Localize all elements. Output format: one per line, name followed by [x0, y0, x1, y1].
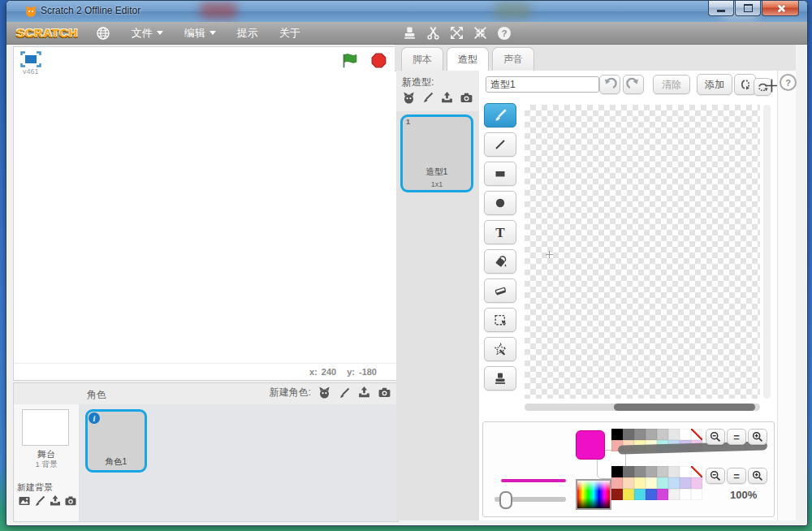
palette-swatch[interactable] — [634, 477, 646, 489]
sprite-card[interactable]: i 角色1 — [85, 409, 147, 473]
green-flag-button[interactable] — [341, 53, 357, 69]
redo-icon — [627, 78, 640, 91]
zoom-in-button[interactable] — [748, 429, 767, 445]
hscrollbar-thumb[interactable] — [614, 404, 755, 411]
sprite-library-icon[interactable] — [317, 386, 331, 399]
palette-swatch[interactable] — [680, 489, 691, 500]
block-help-icon[interactable]: ? — [497, 26, 512, 41]
menu-file[interactable]: 文件 — [132, 26, 163, 41]
palette-swatch[interactable] — [680, 429, 691, 440]
clear-button[interactable]: 清除 — [653, 75, 690, 94]
palette-swatch[interactable] — [623, 477, 634, 489]
upload-icon[interactable] — [357, 386, 371, 399]
tool-line-button[interactable] — [484, 132, 516, 157]
palette-swatch[interactable] — [634, 489, 646, 500]
foreground-color-swatch[interactable] — [576, 430, 605, 460]
palette-swatch[interactable] — [691, 477, 702, 489]
maximize-button[interactable] — [735, 1, 761, 16]
language-button[interactable] — [96, 26, 110, 41]
zoom-out-button[interactable] — [706, 468, 725, 484]
paintbrush-icon[interactable] — [338, 386, 351, 399]
tool-magic-wand-button[interactable] — [484, 337, 516, 361]
brush-size-slider[interactable] — [495, 497, 566, 502]
palette-swatch[interactable] — [611, 466, 623, 477]
slider-thumb[interactable] — [499, 491, 512, 509]
camera-icon[interactable] — [64, 494, 77, 507]
rainbow-picker[interactable] — [576, 479, 611, 510]
palette-swatch[interactable] — [634, 466, 646, 477]
redo-button[interactable] — [623, 75, 644, 94]
palette-swatch[interactable] — [646, 489, 657, 500]
upload-icon[interactable] — [440, 91, 454, 105]
tab-costumes[interactable]: 造型 — [447, 47, 489, 71]
costume-card[interactable]: 1 造型1 1x1 — [400, 114, 473, 192]
palette-swatch[interactable] — [611, 477, 623, 489]
zoom-in-button[interactable] — [748, 468, 767, 484]
tool-rectangle-button[interactable] — [484, 162, 516, 186]
tool-stamp-button[interactable] — [484, 366, 516, 391]
zoom-out-button[interactable] — [706, 429, 725, 445]
palette-swatch[interactable] — [611, 489, 623, 500]
zoom-reset-button[interactable]: = — [727, 429, 746, 445]
palette-swatch[interactable] — [668, 489, 680, 500]
tool-brush-button[interactable] — [484, 103, 516, 127]
palette-swatch[interactable] — [657, 477, 668, 489]
palette-swatch[interactable] — [646, 429, 657, 440]
tool-fill-button[interactable] — [484, 249, 516, 274]
costume-library-icon[interactable] — [402, 91, 416, 105]
stop-button[interactable] — [371, 53, 387, 68]
minimize-button[interactable] — [708, 1, 734, 16]
shrink-icon[interactable] — [473, 26, 487, 40]
palette-swatch[interactable] — [657, 466, 668, 477]
delete-scissors-icon[interactable] — [426, 26, 440, 40]
palette-swatch[interactable] — [691, 489, 702, 500]
palette-swatch[interactable] — [691, 429, 702, 440]
canvas-vscrollbar[interactable] — [763, 105, 771, 399]
tool-ellipse-button[interactable] — [484, 191, 516, 215]
tool-eraser-button[interactable] — [484, 278, 516, 303]
palette-swatch[interactable] — [668, 477, 680, 489]
tab-sounds[interactable]: 声音 — [492, 47, 534, 71]
paint-canvas[interactable] — [525, 105, 760, 399]
palette-swatch[interactable] — [634, 429, 646, 440]
chevron-down-icon — [157, 31, 163, 35]
paintbrush-icon[interactable] — [33, 494, 46, 507]
camera-icon[interactable] — [460, 91, 473, 105]
stage-thumbnail[interactable] — [22, 409, 69, 446]
undo-button[interactable] — [599, 75, 620, 94]
palette-swatch[interactable] — [646, 477, 657, 489]
help-button[interactable]: ? — [780, 74, 797, 91]
tool-text-button[interactable]: T — [484, 220, 516, 244]
palette-swatch[interactable] — [623, 466, 634, 477]
camera-icon[interactable] — [378, 386, 391, 399]
close-button[interactable] — [762, 1, 799, 16]
palette-swatch[interactable] — [668, 429, 680, 440]
add-button[interactable]: 添加 — [697, 74, 732, 95]
palette-swatch[interactable] — [657, 489, 668, 500]
palette-swatch[interactable] — [646, 466, 657, 477]
palette-swatch[interactable] — [623, 489, 634, 500]
palette-swatch[interactable] — [691, 466, 702, 477]
menu-about[interactable]: 关于 — [279, 26, 300, 41]
menu-tips[interactable]: 提示 — [237, 26, 258, 41]
zoom-reset-button[interactable]: = — [727, 468, 746, 484]
tab-scripts[interactable]: 脚本 — [401, 47, 443, 71]
paintbrush-icon[interactable] — [421, 91, 434, 104]
palette-swatch[interactable] — [657, 429, 668, 440]
palette-swatch[interactable] — [611, 429, 623, 440]
canvas-hscrollbar[interactable] — [525, 404, 760, 411]
upload-icon[interactable] — [49, 494, 62, 507]
flip-horizontal-button[interactable] — [734, 74, 756, 95]
sprite-info-badge[interactable]: i — [89, 412, 100, 424]
window-title: Scratch 2 Offline Editor — [41, 5, 140, 16]
duplicate-stamp-icon[interactable] — [403, 26, 417, 40]
palette-swatch[interactable] — [668, 466, 680, 477]
palette-swatch[interactable] — [623, 429, 634, 440]
grow-icon[interactable] — [450, 26, 464, 40]
palette-swatch[interactable] — [680, 466, 691, 477]
costume-name-input[interactable] — [486, 76, 599, 93]
backdrop-library-icon[interactable] — [18, 494, 31, 507]
palette-swatch[interactable] — [680, 477, 691, 489]
tool-select-button[interactable] — [484, 308, 516, 332]
menu-edit[interactable]: 编辑 — [184, 26, 216, 41]
